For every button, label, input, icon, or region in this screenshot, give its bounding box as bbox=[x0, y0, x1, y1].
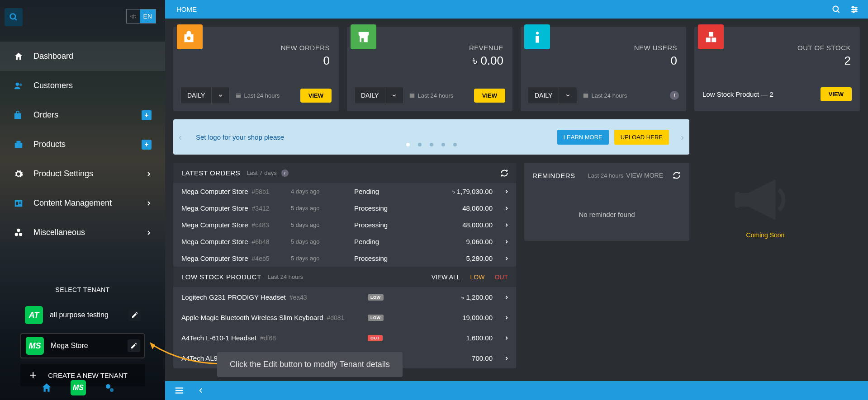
sidebar: বাং EN Dashboard Customers Orders + Prod… bbox=[0, 0, 165, 400]
add-product-button[interactable]: + bbox=[142, 140, 152, 150]
svg-rect-7 bbox=[16, 202, 19, 205]
svg-point-3 bbox=[19, 83, 22, 86]
nav-customers[interactable]: Customers bbox=[0, 71, 165, 100]
stock-tag: #ea43 bbox=[289, 294, 307, 301]
order-store: Mega Computer Store bbox=[181, 254, 248, 262]
coming-soon-panel: Coming Soon bbox=[697, 163, 833, 249]
stock-badge: LOW bbox=[368, 315, 384, 321]
nav-label: Content Management bbox=[33, 198, 112, 208]
card-out-of-stock: OUT OF STOCK 2 Low Stock Product — 2 VIE… bbox=[694, 27, 860, 111]
order-row[interactable]: Mega Computer Store#6b485 days agoPendin… bbox=[173, 233, 516, 250]
chevron-right-icon bbox=[504, 356, 509, 361]
period-select[interactable]: DAILY bbox=[354, 87, 403, 104]
chevron-right-icon bbox=[146, 171, 152, 177]
bag-icon bbox=[14, 110, 24, 120]
order-store: Mega Computer Store bbox=[181, 204, 248, 212]
order-row[interactable]: Mega Computer Store#58b14 days agoPendin… bbox=[173, 183, 516, 200]
info-icon[interactable]: i bbox=[281, 169, 289, 177]
tenant-item-all-purpose[interactable]: AT all purpose testing bbox=[20, 302, 145, 328]
calendar-icon bbox=[583, 92, 589, 99]
nav-products[interactable]: Products + bbox=[0, 130, 165, 159]
tenant-badge[interactable]: MS bbox=[71, 380, 86, 395]
add-order-button[interactable]: + bbox=[142, 110, 152, 120]
period-select[interactable]: DAILY bbox=[528, 87, 577, 104]
language-toggle[interactable]: বাং EN bbox=[126, 9, 156, 24]
search-button[interactable] bbox=[5, 8, 23, 26]
svg-rect-6 bbox=[15, 200, 23, 207]
order-time: 5 days ago bbox=[291, 205, 320, 212]
tenant-item-mega-store[interactable]: MS Mega Store bbox=[20, 333, 145, 358]
tenant-edit-button[interactable] bbox=[128, 309, 141, 321]
view-button[interactable]: VIEW bbox=[821, 87, 852, 101]
refresh-icon[interactable] bbox=[500, 169, 509, 178]
content-icon bbox=[14, 198, 24, 208]
bag-icon bbox=[177, 24, 203, 49]
order-store: Mega Computer Store bbox=[181, 238, 248, 245]
order-row[interactable]: Mega Computer Store#4eb55 days agoProces… bbox=[173, 250, 516, 267]
stock-row[interactable]: A4Tech L-610-1 Headset#df68OUT1,600.00 bbox=[173, 328, 516, 348]
view-button[interactable]: VIEW bbox=[300, 89, 332, 103]
reminders-panel: REMINDERS Last 24 hours VIEW MORE No rem… bbox=[524, 163, 689, 241]
nav-misc[interactable]: Miscellaneous bbox=[0, 218, 165, 247]
panel-title: LOW STOCK PRODUCT bbox=[181, 273, 261, 281]
refresh-icon[interactable] bbox=[672, 171, 681, 180]
chevron-right-icon bbox=[504, 206, 509, 211]
view-more-link[interactable]: VIEW MORE bbox=[626, 172, 663, 179]
tab-out[interactable]: OUT bbox=[494, 273, 508, 281]
pencil-icon bbox=[130, 342, 138, 349]
pencil-icon bbox=[131, 311, 138, 319]
menu-icon[interactable] bbox=[174, 386, 184, 395]
learn-more-button[interactable]: LEARN MORE bbox=[557, 130, 609, 145]
topbar-settings-icon[interactable] bbox=[850, 5, 859, 14]
view-button[interactable]: VIEW bbox=[474, 89, 505, 103]
upload-button[interactable]: UPLOAD HERE bbox=[614, 130, 669, 145]
order-row[interactable]: Mega Computer Store#34125 days agoProces… bbox=[173, 200, 516, 216]
nav-label: Products bbox=[33, 140, 66, 149]
order-amount: 5,280.00 bbox=[466, 254, 493, 262]
lang-bn[interactable]: বাং bbox=[127, 9, 140, 23]
order-status: Pending bbox=[354, 188, 379, 195]
nav-dashboard[interactable]: Dashboard bbox=[0, 42, 165, 71]
nav-content[interactable]: Content Management bbox=[0, 188, 165, 218]
stock-badge: LOW bbox=[368, 294, 384, 301]
svg-rect-4 bbox=[15, 143, 23, 148]
stock-row[interactable]: Apple Magic Bluetooth Wireless Slim Keyb… bbox=[173, 307, 516, 328]
period-hint: Last 24 hours bbox=[235, 92, 294, 99]
tenant-title: SELECT TENANT bbox=[20, 286, 145, 293]
tab-low[interactable]: LOW bbox=[470, 273, 485, 281]
home-icon[interactable] bbox=[41, 382, 52, 394]
panel-sub: Last 24 hours bbox=[268, 273, 304, 280]
nav-product-settings[interactable]: Product Settings bbox=[0, 159, 165, 188]
back-icon[interactable] bbox=[198, 387, 204, 394]
stock-name: Apple Magic Bluetooth Wireless Slim Keyb… bbox=[181, 314, 323, 321]
order-row[interactable]: Mega Computer Store#c4835 days agoProces… bbox=[173, 216, 516, 233]
reminders-empty: No reminder found bbox=[524, 188, 689, 241]
period-hint: Last 24 hours bbox=[409, 92, 468, 99]
svg-point-14 bbox=[110, 388, 114, 392]
svg-rect-26 bbox=[361, 38, 364, 42]
tenant-edit-button[interactable] bbox=[128, 339, 140, 352]
order-time: 5 days ago bbox=[291, 238, 320, 245]
info-icon[interactable]: i bbox=[670, 91, 679, 100]
chevron-right-icon bbox=[504, 223, 509, 227]
svg-rect-34 bbox=[735, 192, 740, 208]
nav-label: Customers bbox=[33, 81, 73, 90]
banner-next[interactable]: › bbox=[681, 132, 684, 142]
svg-line-1 bbox=[15, 19, 17, 20]
order-amount: ৳ 1,79,030.00 bbox=[452, 188, 493, 196]
settings-icon[interactable] bbox=[104, 382, 115, 393]
lang-en[interactable]: EN bbox=[140, 9, 156, 23]
stock-row[interactable]: Logitech G231 PRODIGY Headset#ea43LOW৳ 1… bbox=[173, 287, 516, 307]
svg-point-21 bbox=[855, 9, 857, 10]
topbar-search-icon[interactable] bbox=[832, 5, 841, 14]
megaphone-icon bbox=[729, 173, 802, 227]
tenant-avatar: MS bbox=[26, 337, 44, 355]
nav-orders[interactable]: Orders + bbox=[0, 100, 165, 130]
period-select[interactable]: DAILY bbox=[180, 87, 230, 104]
tab-view-all[interactable]: VIEW ALL bbox=[432, 273, 460, 281]
svg-rect-27 bbox=[410, 94, 415, 98]
banner-prev[interactable]: ‹ bbox=[179, 132, 182, 142]
svg-rect-30 bbox=[583, 94, 588, 98]
order-tag: #4eb5 bbox=[252, 255, 270, 262]
card-new-orders: NEW ORDERS 0 DAILY Last 24 hours VIEW bbox=[173, 27, 339, 111]
